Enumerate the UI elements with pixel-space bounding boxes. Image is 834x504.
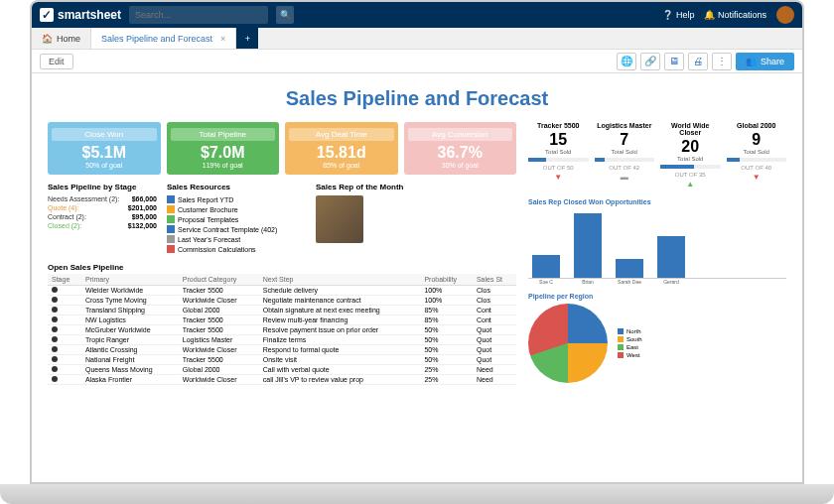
tab-sales-pipeline[interactable]: Sales Pipeline and Forecast × bbox=[91, 28, 236, 49]
home-icon: 🏠 bbox=[42, 34, 53, 44]
search-input[interactable] bbox=[135, 10, 262, 20]
content-area: Sales Pipeline and Forecast Close Won $5… bbox=[32, 73, 802, 482]
tracker-card: Global 20009Total SoldOUT OF 40▼ bbox=[727, 122, 787, 189]
tracker-card: Logistics Master7Total SoldOUT OF 42▬ bbox=[595, 122, 655, 189]
rep-photo bbox=[316, 195, 363, 243]
tab-home[interactable]: 🏠 Home bbox=[32, 28, 91, 49]
globe-icon[interactable]: 🌐 bbox=[617, 53, 636, 70]
list-item[interactable]: Customer Brochure bbox=[167, 205, 306, 213]
list-item[interactable]: Last Year's Forecast bbox=[167, 235, 306, 243]
tab-label: Sales Pipeline and Forecast bbox=[101, 34, 212, 44]
table-row[interactable]: Tropic RangerLogistics MasterFinalize te… bbox=[48, 335, 516, 345]
table-row[interactable]: National FreightTracker 5500Onsite visit… bbox=[48, 355, 516, 365]
tab-add-button[interactable]: + bbox=[236, 28, 258, 49]
chart-bar bbox=[616, 259, 643, 278]
pie-legend: NorthSouthEastWest bbox=[618, 326, 642, 360]
sales-resources: Sales Resources Sales Report YTD Custome… bbox=[167, 183, 306, 255]
print-icon[interactable]: 🖨 bbox=[688, 53, 708, 70]
table-row[interactable]: Wielder WorldwideTracker 5500Schedule de… bbox=[48, 286, 516, 296]
tracker-row: Tracker 550015Total SoldOUT OF 50▼Logist… bbox=[528, 122, 786, 189]
pipeline-by-stage: Sales Pipeline by Stage Needs Assessment… bbox=[48, 183, 157, 255]
table-row[interactable]: NW LogisticsTracker 5500Review multi-yea… bbox=[48, 315, 516, 325]
search-box[interactable] bbox=[129, 6, 268, 24]
table-row[interactable]: Queens Mass MovingGlobal 2000Call with v… bbox=[48, 365, 516, 375]
people-icon: 👥 bbox=[746, 57, 757, 66]
bar-chart bbox=[528, 209, 786, 279]
list-item[interactable]: Proposal Templates bbox=[167, 215, 306, 223]
search-icon: 🔍 bbox=[280, 10, 291, 20]
link-icon[interactable]: 🔗 bbox=[640, 53, 660, 70]
table-row[interactable]: McGruber WorldwideTracker 5500Resolve pa… bbox=[48, 325, 516, 335]
list-item[interactable]: Commission Calculations bbox=[167, 245, 306, 253]
kpi-avg-deal-time: Avg Deal Time 15.81d 85% of goal bbox=[285, 122, 398, 175]
home-label: Home bbox=[57, 34, 80, 44]
monitor-icon[interactable]: 🖥 bbox=[664, 53, 684, 70]
chart-bar bbox=[657, 236, 685, 278]
laptop-base bbox=[0, 484, 834, 504]
list-item[interactable]: Service Contract Template (402) bbox=[167, 225, 306, 233]
pie-chart bbox=[528, 304, 608, 383]
tracker-card: World Wide Closer20Total SoldOUT OF 35▲ bbox=[660, 122, 721, 189]
share-button[interactable]: 👥 Share bbox=[736, 53, 794, 70]
page-title: Sales Pipeline and Forecast bbox=[48, 87, 786, 110]
tracker-card: Tracker 550015Total SoldOUT OF 50▼ bbox=[528, 122, 589, 189]
tab-bar: 🏠 Home Sales Pipeline and Forecast × + bbox=[32, 28, 802, 50]
list-item[interactable]: Sales Report YTD bbox=[167, 195, 306, 203]
pie-chart-section: Pipeline per Region NorthSouthEastWest bbox=[528, 293, 786, 383]
brand-name: smartsheet bbox=[58, 8, 121, 22]
kpi-total-pipeline: Total Pipeline $7.0M 119% of goal bbox=[167, 122, 280, 175]
table-row[interactable]: Alaska FrontierWorldwide Closercall Jill… bbox=[48, 375, 516, 385]
help-link[interactable]: ❔ Help bbox=[662, 10, 694, 20]
more-icon[interactable]: ⋮ bbox=[712, 53, 732, 70]
kpi-avg-conversion: Avg Conversion 36.7% 30% of goal bbox=[404, 122, 517, 175]
rep-of-month: Sales Rep of the Month bbox=[316, 183, 516, 255]
edit-button[interactable]: Edit bbox=[40, 54, 73, 69]
toolbar: Edit 🌐 🔗 🖥 🖨 ⋮ 👥 Share bbox=[32, 50, 802, 73]
table-row[interactable]: Transland ShippingGlobal 2000Obtain sign… bbox=[48, 306, 516, 315]
bar-chart-section: Sales Rep Closed Won Opportunities Sue C… bbox=[528, 198, 786, 285]
pipeline-table: Stage Primary Product Category Next Step… bbox=[48, 274, 516, 385]
kpi-close-won: Close Won $5.1M 50% of goal bbox=[48, 122, 161, 175]
kpi-row: Close Won $5.1M 50% of goal Total Pipeli… bbox=[48, 122, 516, 175]
search-button[interactable]: 🔍 bbox=[276, 6, 294, 24]
table-row[interactable]: Atlantic CrossingWorldwide CloserRespond… bbox=[48, 345, 516, 355]
chart-bar bbox=[574, 213, 602, 278]
logo-icon: ✓ bbox=[40, 8, 54, 22]
close-icon[interactable]: × bbox=[220, 34, 225, 44]
top-bar: ✓ smartsheet 🔍 ❔ Help 🔔 Notifications bbox=[32, 2, 802, 28]
notifications-link[interactable]: 🔔 Notifications bbox=[704, 10, 766, 20]
avatar[interactable] bbox=[776, 6, 794, 24]
logo: ✓ smartsheet bbox=[40, 8, 121, 22]
open-pipeline-section: Open Sales Pipeline Stage Primary Produc… bbox=[48, 263, 516, 385]
chart-bar bbox=[532, 255, 560, 278]
table-row[interactable]: Cross Tyme MovingWorldwide CloserNegotia… bbox=[48, 296, 516, 306]
